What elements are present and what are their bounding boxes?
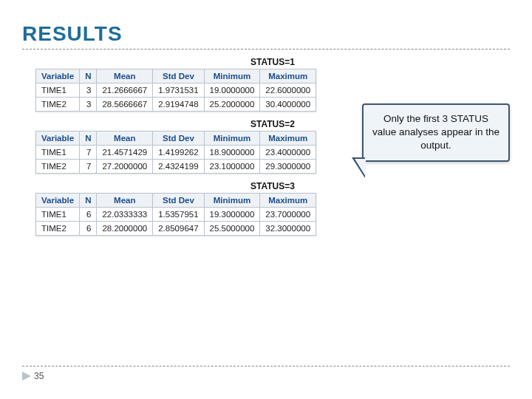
status-heading: STATUS=3: [35, 178, 510, 193]
cell-mean: 22.0333333: [97, 208, 153, 222]
page-title: RESULTS: [22, 22, 510, 46]
col-max: Maximum: [260, 69, 316, 83]
col-std: Std Dev: [153, 194, 204, 208]
cell-mean: 28.5666667: [97, 98, 153, 112]
cell-max: 32.3000000: [260, 222, 316, 236]
col-n: N: [80, 69, 97, 83]
page-marker-icon: [22, 372, 31, 381]
table-row: TIME1 6 22.0333333 1.5357951 19.3000000 …: [36, 208, 316, 222]
col-mean: Mean: [97, 194, 153, 208]
cell-n: 3: [80, 83, 97, 98]
cell-std: 2.8509647: [153, 222, 204, 236]
cell-max: 29.3000000: [260, 160, 316, 174]
col-n: N: [80, 132, 97, 146]
cell-var: TIME2: [36, 98, 80, 112]
svg-marker-0: [22, 372, 31, 381]
cell-std: 1.5357951: [153, 208, 204, 222]
col-std: Std Dev: [153, 69, 204, 83]
col-min: Minimum: [204, 69, 260, 83]
page-number: 35: [34, 371, 44, 381]
cell-max: 23.7000000: [260, 208, 316, 222]
cell-std: 1.9731531: [153, 83, 204, 98]
cell-max: 23.4000000: [260, 146, 316, 160]
stats-table: Variable N Mean Std Dev Minimum Maximum …: [35, 131, 316, 174]
callout-tail-icon: [352, 157, 365, 178]
cell-min: 19.0000000: [204, 83, 260, 98]
footer: 35: [22, 366, 510, 381]
callout-text: Only the first 3 STATUS value analyses a…: [372, 113, 499, 151]
col-variable: Variable: [36, 132, 80, 146]
cell-min: 19.3000000: [204, 208, 260, 222]
callout-box: Only the first 3 STATUS value analyses a…: [362, 103, 510, 162]
cell-mean: 21.4571429: [97, 146, 153, 160]
cell-var: TIME1: [36, 208, 80, 222]
col-variable: Variable: [36, 194, 80, 208]
cell-max: 22.6000000: [260, 83, 316, 98]
cell-n: 3: [80, 98, 97, 112]
cell-std: 1.4199262: [153, 146, 204, 160]
table-row: TIME2 7 27.2000000 2.4324199 23.1000000 …: [36, 160, 316, 174]
cell-mean: 28.2000000: [97, 222, 153, 236]
status-heading: STATUS=1: [35, 54, 510, 69]
table-row: TIME2 6 28.2000000 2.8509647 25.5000000 …: [36, 222, 316, 236]
col-variable: Variable: [36, 69, 80, 83]
stats-table: Variable N Mean Std Dev Minimum Maximum …: [35, 69, 316, 112]
table-row: TIME2 3 28.5666667 2.9194748 25.2000000 …: [36, 98, 316, 112]
divider-top: [22, 49, 510, 50]
cell-min: 25.2000000: [204, 98, 260, 112]
cell-n: 7: [80, 160, 97, 174]
col-min: Minimum: [204, 132, 260, 146]
cell-mean: 21.2666667: [97, 83, 153, 98]
cell-var: TIME2: [36, 222, 80, 236]
cell-n: 7: [80, 146, 97, 160]
divider-bottom: [22, 366, 510, 366]
col-std: Std Dev: [153, 132, 204, 146]
cell-max: 30.4000000: [260, 98, 316, 112]
cell-var: TIME1: [36, 83, 80, 98]
cell-min: 25.5000000: [204, 222, 260, 236]
cell-n: 6: [80, 222, 97, 236]
stats-table: Variable N Mean Std Dev Minimum Maximum …: [35, 193, 316, 236]
cell-std: 2.9194748: [153, 98, 204, 112]
cell-min: 23.1000000: [204, 160, 260, 174]
col-min: Minimum: [204, 194, 260, 208]
col-max: Maximum: [260, 132, 316, 146]
cell-n: 6: [80, 208, 97, 222]
col-n: N: [80, 194, 97, 208]
cell-std: 2.4324199: [153, 160, 204, 174]
cell-mean: 27.2000000: [97, 160, 153, 174]
cell-var: TIME1: [36, 146, 80, 160]
col-mean: Mean: [97, 69, 153, 83]
cell-var: TIME2: [36, 160, 80, 174]
status-block-3: STATUS=3 Variable N Mean Std Dev Minimum…: [35, 178, 510, 236]
col-mean: Mean: [97, 132, 153, 146]
callout: Only the first 3 STATUS value analyses a…: [362, 103, 510, 162]
table-row: TIME1 3 21.2666667 1.9731531 19.0000000 …: [36, 83, 316, 98]
table-row: TIME1 7 21.4571429 1.4199262 18.9000000 …: [36, 146, 316, 160]
col-max: Maximum: [260, 194, 316, 208]
cell-min: 18.9000000: [204, 146, 260, 160]
